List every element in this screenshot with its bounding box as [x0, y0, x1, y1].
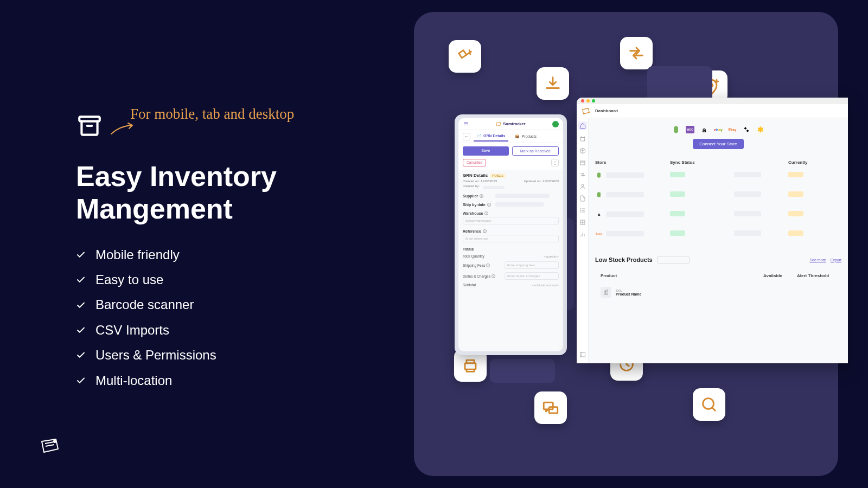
check-icon — [76, 275, 86, 285]
th-available: Available — [763, 273, 797, 278]
nav-inventory-icon[interactable] — [579, 159, 586, 166]
connect-store-button[interactable]: Connect Your Store — [693, 139, 743, 149]
svg-rect-4 — [465, 363, 476, 369]
woo-icon: WOO — [686, 126, 694, 133]
minimize-dot[interactable] — [586, 99, 590, 102]
reference-label: Referencei — [463, 229, 559, 233]
feature-item: CSV Imports — [76, 320, 358, 341]
heading-line-2: Mangement — [76, 193, 233, 224]
product-row[interactable]: SKU Product Name — [595, 282, 841, 302]
more-button[interactable]: ⋮ — [551, 159, 559, 166]
feature-list: Mobile friendly Easy to use Barcode scan… — [76, 245, 358, 391]
etsy-icon: Etsy — [728, 126, 737, 133]
shopify-store-icon — [595, 191, 603, 198]
shipping-row: Shipping Fees iEnter shipping fees — [463, 261, 559, 269]
promo-panel: Sumtracker ← 📄GRN Details 📦Products Save… — [414, 12, 838, 476]
hamburger-icon[interactable] — [463, 121, 469, 127]
nav-reports-icon[interactable] — [579, 231, 586, 237]
nav-collapse-icon[interactable] — [579, 351, 586, 358]
low-stock-filter[interactable] — [657, 256, 690, 264]
mobile-brand: Sumtracker — [496, 121, 525, 126]
squarespace-icon — [742, 126, 751, 133]
nav-file-icon[interactable] — [579, 195, 586, 202]
svg-point-19 — [580, 212, 580, 213]
download-icon — [537, 67, 569, 100]
po-badge: PO82/1 — [490, 174, 505, 178]
th-store: Store — [595, 160, 670, 165]
low-stock-title: Low Stock Products — [595, 256, 653, 263]
brand-logo-small — [582, 108, 590, 114]
svg-rect-26 — [580, 352, 585, 357]
feature-label: Barcode scanner — [95, 294, 194, 315]
connect-store-hero: WOO a ebay Etsy ✱ Connect Your Store — [589, 118, 848, 155]
amazon-store-icon: a — [595, 210, 603, 218]
cancelled-badge: Cancelled — [463, 159, 486, 166]
back-button[interactable]: ← — [463, 133, 470, 140]
product-name: Product Name — [616, 292, 641, 296]
see-more-link[interactable]: See more — [809, 258, 826, 262]
close-dot[interactable] — [581, 99, 584, 102]
amazon-icon: a — [700, 126, 709, 133]
feature-label: Users & Permissions — [95, 345, 216, 365]
th-alert: Alert Threshold — [797, 273, 836, 278]
window-chrome — [577, 98, 848, 104]
nav-org-icon[interactable] — [579, 219, 586, 226]
export-link[interactable]: Export — [831, 258, 841, 262]
heading-line-1: Easy Inventory — [76, 160, 277, 192]
mobile-topbar: Sumtracker — [458, 118, 563, 130]
save-button[interactable]: Save — [463, 146, 509, 156]
th-currently: Currently — [788, 160, 848, 165]
check-icon — [76, 325, 86, 335]
nav-home-icon[interactable] — [578, 121, 587, 130]
store-row — [595, 171, 848, 179]
desktop-sidenav — [577, 118, 589, 363]
duties-input[interactable]: Enter duties & charges — [505, 272, 559, 280]
shopify-store-icon — [595, 171, 603, 179]
store-row: Etsy — [595, 230, 848, 237]
svg-point-2 — [53, 440, 56, 443]
meta-row: Created on: 11/02/2023 Updated on: 11/02… — [463, 179, 559, 183]
store-row — [595, 191, 848, 198]
nav-list-icon[interactable] — [579, 207, 586, 214]
svg-point-17 — [580, 209, 580, 209]
feature-item: Easy to use — [76, 269, 358, 290]
barcode-scanner-icon — [449, 40, 481, 73]
feature-item: Users & Permissions — [76, 345, 358, 365]
nav-transfer-icon[interactable] — [579, 171, 586, 178]
feature-label: CSV Imports — [95, 320, 169, 341]
page-heading: Easy Inventory Mangement — [76, 160, 358, 226]
archive-box-icon — [76, 112, 103, 139]
shipping-input[interactable]: Enter shipping fees — [505, 261, 559, 269]
tab-grn-details[interactable]: 📄GRN Details — [474, 132, 508, 142]
feature-label: Mobile friendly — [95, 245, 180, 265]
th-product: Product — [601, 273, 763, 278]
low-stock-section: Low Stock Products See more Export Produ… — [589, 249, 848, 302]
brand-logo — [41, 438, 59, 455]
product-image — [601, 287, 611, 298]
desktop-header: Dashboard — [577, 104, 848, 118]
shopify-icon — [672, 126, 680, 133]
user-avatar[interactable] — [552, 121, 559, 127]
etsy-store-icon: Etsy — [595, 230, 603, 237]
feature-item: Mobile friendly — [76, 245, 358, 265]
totals-label: Totals — [463, 247, 559, 251]
decor-block — [490, 359, 555, 383]
nav-orders-icon[interactable] — [579, 136, 586, 142]
mark-received-button[interactable]: Mark as Received — [512, 146, 559, 156]
nav-products-icon[interactable] — [579, 147, 586, 154]
handwritten-note: For mobile, tab and desktop — [130, 106, 358, 123]
mobile-mockup: Sumtracker ← 📄GRN Details 📦Products Save… — [455, 114, 567, 355]
ebay-icon: ebay — [714, 126, 723, 133]
transfer-icon — [620, 37, 653, 69]
svg-rect-28 — [744, 127, 747, 130]
arrow-annotation — [108, 122, 136, 138]
mobile-tabs: ← 📄GRN Details 📦Products — [458, 130, 563, 143]
reference-input[interactable]: Enter reference — [463, 235, 559, 242]
tab-products[interactable]: 📦Products — [512, 132, 540, 141]
desktop-mockup: Dashboard WOO — [577, 98, 848, 363]
warehouse-select[interactable]: Select warehouse⌄ — [463, 217, 559, 224]
maximize-dot[interactable] — [592, 99, 595, 102]
svg-rect-31 — [606, 290, 608, 294]
nav-suppliers-icon[interactable] — [579, 183, 586, 190]
th-sync: Sync Status — [670, 160, 734, 165]
